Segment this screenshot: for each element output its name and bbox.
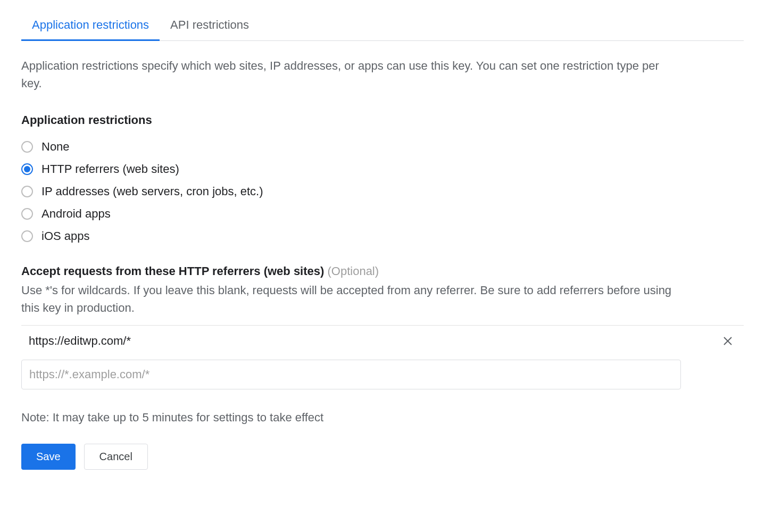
radio-label: HTTP referrers (web sites): [41, 162, 179, 176]
optional-label: (Optional): [327, 264, 379, 278]
add-referrer-input[interactable]: [21, 360, 681, 389]
restrictions-radio-group: None HTTP referrers (web sites) IP addre…: [21, 140, 744, 243]
description-text: Application restrictions specify which w…: [21, 57, 660, 92]
referrers-help-text: Use *'s for wildcards. If you leave this…: [21, 281, 676, 317]
tab-api-restrictions[interactable]: API restrictions: [160, 11, 260, 41]
referrers-heading-text: Accept requests from these HTTP referrer…: [21, 264, 324, 278]
cancel-button[interactable]: Cancel: [84, 444, 148, 470]
tab-application-restrictions[interactable]: Application restrictions: [21, 11, 160, 41]
settings-note: Note: It may take up to 5 minutes for se…: [21, 411, 744, 425]
referrers-heading: Accept requests from these HTTP referrer…: [21, 264, 744, 278]
close-icon[interactable]: [721, 335, 734, 347]
radio-option-none[interactable]: None: [21, 140, 744, 154]
radio-option-http-referrers[interactable]: HTTP referrers (web sites): [21, 162, 744, 176]
radio-label: Android apps: [41, 207, 111, 221]
radio-option-ip-addresses[interactable]: IP addresses (web servers, cron jobs, et…: [21, 185, 744, 198]
radio-icon: [21, 230, 33, 242]
radio-icon: [21, 186, 33, 197]
radio-option-android-apps[interactable]: Android apps: [21, 207, 744, 221]
radio-icon: [21, 208, 33, 220]
radio-option-ios-apps[interactable]: iOS apps: [21, 229, 744, 243]
radio-label: None: [41, 140, 70, 154]
save-button[interactable]: Save: [21, 444, 76, 470]
radio-icon: [21, 141, 33, 153]
tabs-bar: Application restrictions API restriction…: [21, 11, 744, 41]
referrer-entry-value[interactable]: https://editwp.com/*: [27, 331, 721, 351]
radio-icon: [21, 163, 33, 175]
referrer-entry-row: https://editwp.com/*: [21, 325, 744, 356]
radio-label: IP addresses (web servers, cron jobs, et…: [41, 185, 263, 198]
button-row: Save Cancel: [21, 444, 744, 470]
radio-label: iOS apps: [41, 229, 90, 243]
section-heading-application-restrictions: Application restrictions: [21, 113, 744, 127]
